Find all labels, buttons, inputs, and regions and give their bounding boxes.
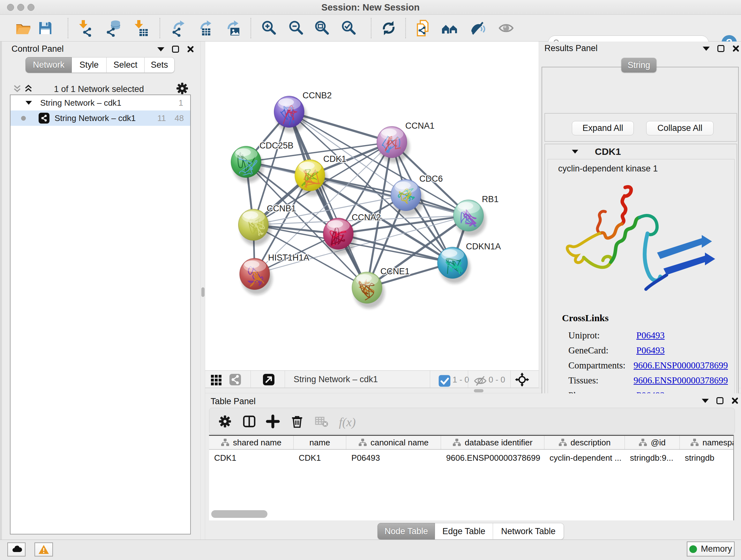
crosslink-link[interactable]: 9606.ENSP00000378699	[633, 360, 728, 371]
crosslink-link[interactable]: 9606.ENSP00000378699	[633, 375, 728, 386]
crosslink-label: Compartments:	[568, 360, 633, 371]
memory-button[interactable]: Memory	[687, 542, 735, 557]
column-header-description[interactable]: description	[544, 436, 625, 449]
column-header-namespace[interactable]: namespace	[680, 436, 734, 449]
tab-edge-table[interactable]: Edge Table	[435, 523, 493, 540]
import-network-database-icon[interactable]	[106, 19, 123, 37]
hide-panels-icon[interactable]	[469, 19, 486, 37]
open-session-icon[interactable]	[15, 19, 32, 37]
expand-all-button[interactable]: Expand All	[572, 121, 634, 135]
column-header-name[interactable]: name	[293, 436, 346, 449]
node-CDK1[interactable]	[295, 160, 327, 196]
crosslink-row: Uniprot:P06493	[568, 328, 728, 343]
control-panel-tabs: NetworkStyleSelectSets	[25, 57, 175, 73]
save-session-icon[interactable]	[37, 19, 54, 37]
titlebar: Session: New Session	[0, 0, 741, 15]
table-horizontal-scrollbar[interactable]	[211, 510, 267, 518]
clone-network-icon[interactable]	[415, 19, 432, 37]
tab-network[interactable]: Network	[25, 57, 72, 73]
window-title: Session: New Session	[0, 2, 741, 13]
tab-select[interactable]: Select	[107, 57, 145, 73]
network-status-dot	[21, 116, 26, 121]
column-header--id[interactable]: @id	[625, 436, 680, 449]
panel-close-icon[interactable]	[187, 45, 194, 53]
show-panel-icon[interactable]	[497, 19, 515, 37]
panel-menu-icon[interactable]	[157, 47, 164, 51]
crosslink-row: Tissues:9606.ENSP00000378699	[568, 373, 728, 388]
export-image-icon[interactable]	[225, 19, 242, 37]
warning-icon	[38, 544, 50, 555]
collapse-all-icon[interactable]	[12, 84, 23, 95]
node-CCNA2[interactable]	[323, 218, 356, 254]
expand-all-icon[interactable]	[23, 84, 34, 95]
tab-string[interactable]: String	[621, 58, 657, 72]
network-collection-row[interactable]: String Network – cdk1 1	[10, 95, 190, 111]
node-HIST1H1A[interactable]	[240, 258, 272, 295]
panel-float-icon[interactable]	[718, 45, 724, 52]
node-RB1[interactable]	[454, 200, 486, 236]
node-CDKN1A[interactable]	[437, 247, 470, 284]
tab-style[interactable]: Style	[72, 57, 107, 73]
import-table-icon[interactable]	[131, 19, 148, 37]
column-header-shared-name[interactable]: shared name	[209, 436, 293, 449]
table-row[interactable]: CDK1CDK1P064939606.ENSP00000378699cyclin…	[209, 451, 734, 465]
center-view-icon[interactable]	[515, 373, 529, 387]
crosslink-label: Tissues:	[568, 375, 633, 386]
zoom-selected-icon[interactable]	[340, 19, 357, 37]
node-description: cyclin-dependent kinase 1	[558, 164, 658, 174]
panel-float-icon[interactable]	[172, 46, 179, 53]
collapse-all-button[interactable]: Collapse All	[646, 121, 714, 135]
column-header-canonical-name[interactable]: canonical name	[346, 436, 441, 449]
delete-column-icon[interactable]	[290, 414, 305, 429]
node-details-box: CDK1 cyclin-dependent kinase 1	[544, 144, 737, 415]
collection-expand-icon[interactable]	[25, 101, 32, 105]
crosslink-link[interactable]: P06493	[636, 330, 665, 341]
grid-view-icon[interactable]	[209, 373, 223, 387]
panel-menu-icon[interactable]	[702, 399, 709, 403]
import-network-file-icon[interactable]	[75, 19, 92, 37]
panel-menu-icon[interactable]	[703, 47, 710, 51]
warnings-button[interactable]	[35, 543, 53, 557]
column-header-database-identifier[interactable]: database identifier	[441, 436, 544, 449]
node-details-header[interactable]: CDK1	[545, 144, 737, 159]
panel-close-icon[interactable]	[732, 45, 740, 52]
table-options-gear-icon[interactable]	[218, 414, 232, 429]
add-column-icon[interactable]	[266, 414, 280, 429]
first-neighbors-icon[interactable]	[441, 19, 458, 37]
collection-label: String Network – cdk1	[40, 98, 121, 108]
control-panel-window-controls	[157, 45, 194, 53]
label-CCNB1: CCNB1	[267, 204, 296, 213]
panel-close-icon[interactable]	[731, 397, 739, 405]
selected-checkbox-icon[interactable]	[437, 374, 449, 385]
network-row[interactable]: String Network – cdk1 11 48	[10, 111, 190, 126]
refresh-layout-icon[interactable]	[380, 19, 397, 37]
table-header-row: shared namenamecanonical namedatabase id…	[209, 435, 734, 449]
zoom-out-icon[interactable]	[287, 19, 305, 37]
left-splitter[interactable]	[200, 42, 205, 540]
network-options-gear-icon[interactable]	[175, 81, 189, 96]
crosslink-link[interactable]: P06493	[636, 345, 665, 356]
tab-sets[interactable]: Sets	[145, 57, 175, 73]
zoom-in-icon[interactable]	[260, 19, 277, 37]
label-HIST1H1A: HIST1H1A	[268, 253, 309, 262]
cell-name: CDK1	[293, 451, 346, 465]
network-canvas[interactable]: CCNB2CCNA1CDC25BCDK1CDC6RB1CCNB1CCNA2CDK…	[205, 42, 539, 370]
detach-view-icon[interactable]	[262, 373, 276, 387]
export-table-icon[interactable]	[198, 19, 215, 37]
export-network-icon[interactable]	[171, 19, 188, 37]
node-CDC25B[interactable]	[231, 146, 264, 183]
cloud-button[interactable]	[7, 543, 25, 557]
network-edge-count: 48	[175, 113, 184, 123]
label-CDKN1A: CDKN1A	[466, 242, 501, 251]
panel-float-icon[interactable]	[717, 397, 724, 404]
zoom-fit-icon[interactable]	[313, 19, 330, 37]
tab-network-table[interactable]: Network Table	[493, 523, 564, 540]
crosslink-row: Compartments:9606.ENSP00000378699	[568, 358, 728, 373]
label-CCNA2: CCNA2	[352, 212, 381, 222]
split-columns-icon[interactable]	[242, 414, 257, 429]
node-CCNA1[interactable]	[377, 126, 409, 163]
network-view-icon[interactable]	[228, 373, 242, 387]
collapse-node-icon[interactable]	[572, 150, 578, 153]
node-CCNB2[interactable]	[274, 96, 307, 132]
tab-node-table[interactable]: Node Table	[378, 523, 435, 540]
